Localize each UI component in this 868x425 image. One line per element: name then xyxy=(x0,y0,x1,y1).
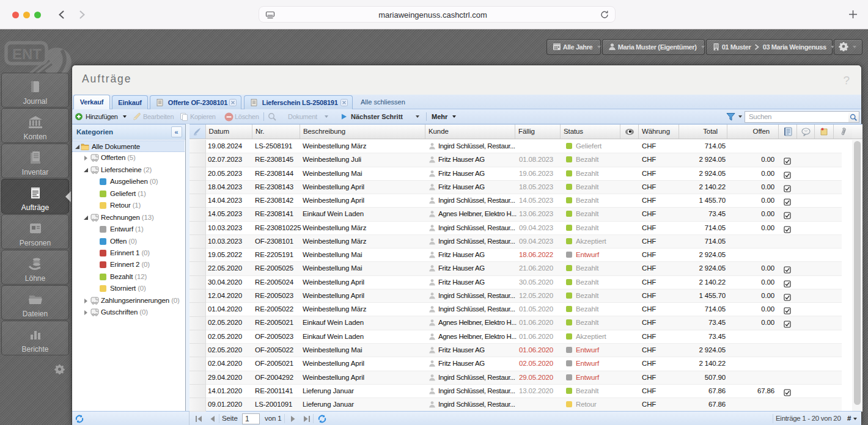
svg-text:ENT: ENT xyxy=(12,46,42,62)
